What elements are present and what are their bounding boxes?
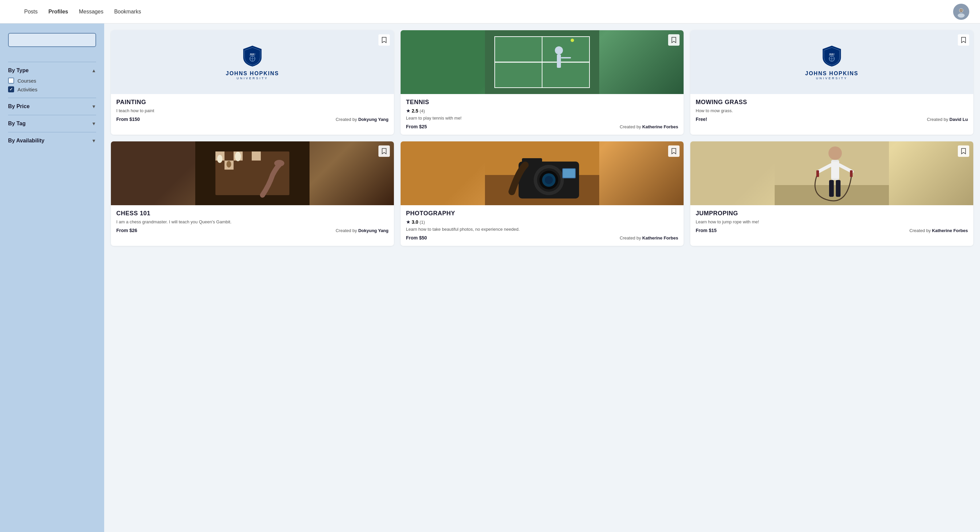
svg-point-45 (545, 176, 553, 184)
main-content: JHU JOHNS HOPKINS UNIVERSITY PAINTINGI t… (104, 24, 980, 532)
filter-section-label-by-type: By Type (8, 68, 29, 73)
filter-section-by-price: By Price▼ (8, 98, 96, 115)
bookmark-icon (671, 37, 676, 43)
card-photography[interactable]: PHOTOGRAPHY★ 3.0 (1)Learn how to take be… (401, 141, 684, 246)
svg-rect-16 (557, 54, 561, 68)
card-body-jumproping: JUMPROPINGLearn how to jump rope with me… (690, 205, 973, 238)
bookmark-button-chess-101[interactable] (379, 145, 390, 157)
svg-point-18 (571, 39, 574, 42)
checkbox-courses[interactable] (8, 78, 14, 84)
creator-name-jumproping: Katherine Forbes (932, 228, 968, 233)
card-price-photography: From $50 (406, 235, 427, 240)
bookmark-icon (671, 148, 676, 154)
user-avatar[interactable] (953, 4, 969, 20)
bookmark-icon (961, 37, 966, 43)
bookmark-button-jumproping[interactable] (958, 145, 969, 157)
navbar-links: PostsProfilesMessagesBookmarks (24, 9, 953, 15)
card-creator-jumproping: Created by Katherine Forbes (909, 228, 968, 233)
navbar-link-posts[interactable]: Posts (24, 9, 38, 15)
main-layout: By Type▲CoursesActivitiesBy Price▼By Tag… (0, 24, 980, 532)
card-footer-tennis: From $25Created by Katherine Forbes (406, 124, 678, 129)
svg-rect-53 (829, 180, 834, 197)
svg-point-35 (235, 152, 241, 161)
card-title-chess-101: CHESS 101 (116, 210, 388, 217)
card-footer-mowing-grass: Free!Created by David Lu (696, 116, 968, 122)
star-icon: ★ (406, 108, 410, 114)
card-description-tennis: Learn to play tennis with me! (406, 115, 678, 121)
chevron-up-icon: ▲ (91, 68, 96, 73)
chevron-down-icon: ▼ (91, 104, 96, 109)
bookmark-button-painting[interactable] (379, 34, 390, 46)
card-creator-chess-101: Created by Dokyung Yang (336, 228, 388, 233)
filter-section-label-by-tag: By Tag (8, 121, 25, 127)
filter-section-label-by-availability: By Availability (8, 138, 45, 144)
bookmark-button-photography[interactable] (668, 145, 679, 157)
filter-option-activities[interactable]: Activities (8, 86, 96, 92)
navbar: PostsProfilesMessagesBookmarks (0, 0, 980, 24)
card-body-painting: PAINTINGI teach how to paintFrom $150Cre… (111, 94, 394, 127)
rating-count-photography: (1) (419, 220, 425, 225)
svg-rect-26 (224, 151, 234, 160)
card-image-painting: JHU JOHNS HOPKINS UNIVERSITY (111, 30, 394, 94)
card-rating-tennis: ★ 2.5 (4) (406, 108, 678, 114)
card-image-photography (401, 141, 684, 205)
search-input[interactable] (8, 33, 96, 47)
filter-options-by-type: CoursesActivities (8, 78, 96, 92)
navbar-link-messages[interactable]: Messages (79, 9, 103, 15)
navbar-link-bookmarks[interactable]: Bookmarks (114, 9, 141, 15)
navbar-link-profiles[interactable]: Profiles (48, 9, 68, 15)
card-image-wrapper-painting: JHU JOHNS HOPKINS UNIVERSITY (111, 30, 394, 94)
checkbox-activities[interactable] (8, 86, 14, 92)
rating-value-photography: 3.0 (412, 219, 418, 225)
svg-text:JHU: JHU (829, 53, 834, 56)
card-image-wrapper-jumproping (690, 141, 973, 205)
jhu-name: JOHNS HOPKINS (226, 70, 279, 76)
card-chess-101[interactable]: CHESS 101I am a chess grandmaster. I wil… (111, 141, 394, 246)
svg-point-2 (958, 13, 965, 17)
creator-name-photography: Katherine Forbes (642, 235, 678, 240)
card-tennis[interactable]: TENNIS★ 2.5 (4)Learn to play tennis with… (401, 30, 684, 135)
creator-name-chess-101: Dokyung Yang (358, 228, 388, 233)
card-painting[interactable]: JHU JOHNS HOPKINS UNIVERSITY PAINTINGI t… (111, 30, 394, 135)
card-image-wrapper-mowing-grass: JHU JOHNS HOPKINS UNIVERSITY (690, 30, 973, 94)
rating-value-tennis: 2.5 (412, 108, 418, 114)
svg-rect-57 (816, 170, 819, 177)
checkbox-label-courses: Courses (18, 78, 36, 84)
filter-option-courses[interactable]: Courses (8, 78, 96, 84)
card-footer-photography: From $50Created by Katherine Forbes (406, 235, 678, 240)
card-title-jumproping: JUMPROPING (696, 210, 968, 217)
card-rating-photography: ★ 3.0 (1) (406, 219, 678, 225)
card-price-painting: From $150 (116, 116, 140, 122)
card-jumproping[interactable]: JUMPROPINGLearn how to jump rope with me… (690, 141, 973, 246)
card-creator-painting: Created by Dokyung Yang (336, 117, 388, 122)
filter-section-header-by-tag[interactable]: By Tag▼ (8, 121, 96, 127)
card-body-photography: PHOTOGRAPHY★ 3.0 (1)Learn how to take be… (401, 205, 684, 246)
bookmark-button-tennis[interactable] (668, 34, 679, 46)
card-body-tennis: TENNIS★ 2.5 (4)Learn to play tennis with… (401, 94, 684, 135)
jhu-name: JOHNS HOPKINS (805, 70, 858, 76)
svg-rect-47 (563, 169, 575, 178)
svg-point-4 (960, 10, 961, 10)
svg-rect-32 (234, 160, 243, 170)
card-title-tennis: TENNIS (406, 99, 678, 106)
card-description-chess-101: I am a chess grandmaster. I will teach y… (116, 219, 388, 225)
card-image-chess-101 (111, 141, 394, 205)
filter-section-header-by-price[interactable]: By Price▼ (8, 103, 96, 110)
svg-rect-58 (850, 170, 853, 177)
svg-rect-29 (252, 151, 261, 160)
card-mowing-grass[interactable]: JHU JOHNS HOPKINS UNIVERSITY MOWING GRAS… (690, 30, 973, 135)
card-image-wrapper-chess-101 (111, 141, 394, 205)
cards-grid: JHU JOHNS HOPKINS UNIVERSITY PAINTINGI t… (111, 30, 973, 246)
bookmark-button-mowing-grass[interactable] (958, 34, 969, 46)
card-image-wrapper-tennis (401, 30, 684, 94)
card-body-chess-101: CHESS 101I am a chess grandmaster. I wil… (111, 205, 394, 238)
filter-section-header-by-availability[interactable]: By Availability▼ (8, 138, 96, 144)
card-footer-painting: From $150Created by Dokyung Yang (116, 116, 388, 122)
svg-point-50 (829, 146, 842, 160)
card-footer-chess-101: From $26Created by Dokyung Yang (116, 228, 388, 233)
svg-point-33 (217, 155, 223, 163)
filter-section-header-by-type[interactable]: By Type▲ (8, 68, 96, 73)
filter-sections: By Type▲CoursesActivitiesBy Price▼By Tag… (8, 62, 96, 149)
card-footer-jumproping: From $15Created by Katherine Forbes (696, 228, 968, 233)
sidebar: By Type▲CoursesActivitiesBy Price▼By Tag… (0, 24, 104, 532)
